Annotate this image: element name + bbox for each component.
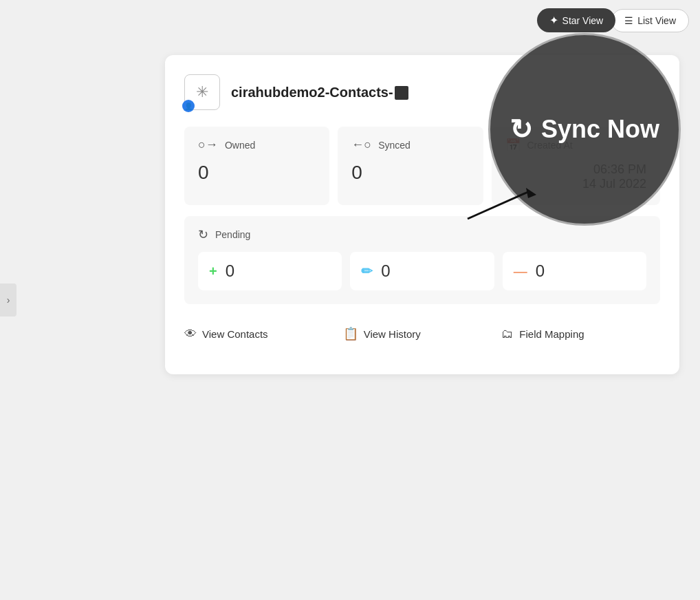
remove-icon: — bbox=[514, 264, 527, 279]
sync-icon: ↻ bbox=[510, 114, 533, 145]
pending-label: Pending bbox=[215, 229, 250, 240]
actions-row: 👁 View Contacts 📋 View History 🗂 Field M… bbox=[184, 321, 660, 347]
star-icon: ✦ bbox=[549, 14, 558, 27]
view-history-label: View History bbox=[364, 328, 421, 340]
pending-items: + 0 ✏ 0 — 0 bbox=[198, 252, 646, 290]
list-view-label: List View bbox=[637, 15, 676, 26]
mapping-icon: 🗂 bbox=[501, 327, 514, 341]
pending-edit-value: 0 bbox=[381, 261, 390, 281]
svg-line-0 bbox=[468, 191, 529, 219]
owned-label: Owned bbox=[225, 140, 255, 151]
synced-label-row: ←○ Synced bbox=[351, 138, 469, 152]
list-icon: ☰ bbox=[624, 15, 633, 26]
view-contacts-label: View Contacts bbox=[202, 328, 268, 340]
star-view-button[interactable]: ✦ Star View bbox=[537, 8, 616, 32]
pending-remove-item: — 0 bbox=[503, 252, 646, 290]
view-contacts-button[interactable]: 👁 View Contacts bbox=[184, 321, 343, 347]
left-nav-arrow[interactable]: › bbox=[0, 283, 17, 317]
title-highlight bbox=[395, 86, 408, 100]
main-card: ✳ 👤 cirahubdemo2-Contacts- ↻ Sync Now ○→… bbox=[165, 55, 679, 374]
arrow-pointer bbox=[461, 184, 543, 226]
synced-value: 0 bbox=[351, 162, 469, 184]
sync-now-label: Sync Now bbox=[541, 115, 659, 144]
view-history-button[interactable]: 📋 View History bbox=[343, 321, 502, 347]
field-mapping-button[interactable]: 🗂 Field Mapping bbox=[501, 321, 660, 347]
synced-label: Synced bbox=[378, 140, 411, 151]
owned-value: 0 bbox=[198, 162, 316, 184]
pending-add-item: + 0 bbox=[198, 252, 342, 290]
pending-edit-item: ✏ 0 bbox=[350, 252, 494, 290]
pending-add-value: 0 bbox=[226, 261, 234, 281]
user-badge-icon: 👤 bbox=[182, 100, 195, 112]
pending-section: ↻ Pending + 0 ✏ 0 — 0 bbox=[184, 216, 660, 304]
svg-marker-1 bbox=[526, 188, 536, 198]
edit-icon: ✏ bbox=[361, 263, 373, 279]
card-logo: ✳ 👤 bbox=[184, 74, 220, 110]
logo-icon: ✳ bbox=[196, 83, 208, 101]
star-view-label: Star View bbox=[562, 15, 604, 26]
card-title-text: cirahubdemo2-Contacts- bbox=[231, 85, 393, 100]
chevron-right-icon: › bbox=[7, 294, 10, 306]
top-bar: ✦ Star View ☰ List View bbox=[526, 0, 700, 41]
owned-label-row: ○→ Owned bbox=[198, 138, 316, 152]
owned-icon: ○→ bbox=[198, 138, 218, 152]
pending-icon: ↻ bbox=[198, 227, 208, 242]
sync-now-content: ↻ Sync Now bbox=[496, 114, 673, 145]
field-mapping-label: Field Mapping bbox=[519, 328, 584, 340]
card-header: ✳ 👤 cirahubdemo2-Contacts- ↻ Sync Now bbox=[184, 74, 660, 110]
eye-icon: 👁 bbox=[184, 327, 197, 341]
owned-stat-card: ○→ Owned 0 bbox=[184, 127, 329, 205]
pending-label-row: ↻ Pending bbox=[198, 227, 646, 242]
synced-icon: ←○ bbox=[351, 138, 371, 152]
add-icon: + bbox=[209, 264, 217, 279]
history-icon: 📋 bbox=[343, 326, 358, 341]
list-view-button[interactable]: ☰ List View bbox=[611, 9, 689, 32]
pending-remove-value: 0 bbox=[536, 261, 545, 281]
